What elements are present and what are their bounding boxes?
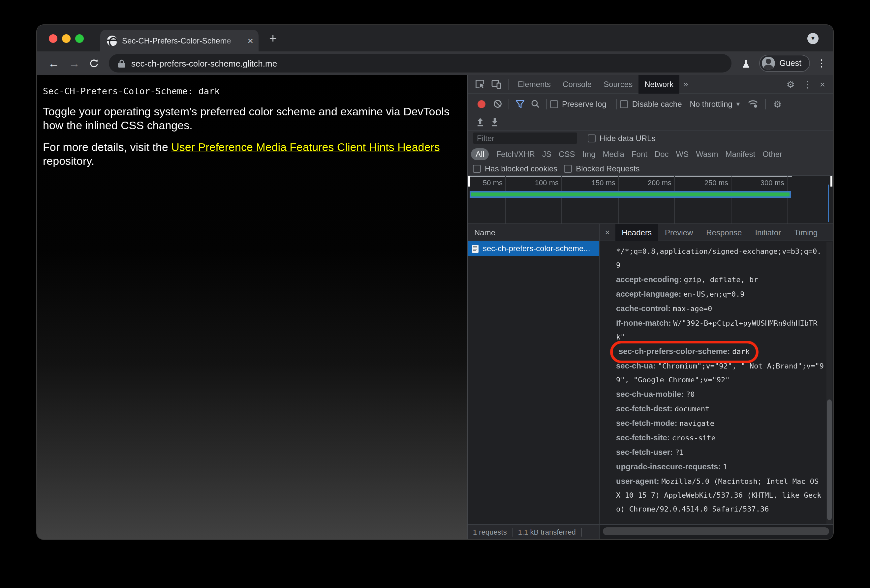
network-overview-timeline[interactable]: 50 ms 100 ms 150 ms 200 ms 250 ms 300 ms — [468, 176, 833, 224]
request-header-line: upgrade-insecure-requests: 1 — [616, 460, 824, 474]
labs-flask-button[interactable] — [738, 58, 754, 68]
minimize-window-button[interactable] — [62, 34, 71, 43]
tab-strip: Sec-CH-Prefers-Color-Scheme × + ▼ — [37, 25, 833, 51]
gridline — [505, 176, 506, 223]
header-value: max-age=0 — [673, 304, 712, 313]
tab-console[interactable]: Console — [557, 75, 597, 93]
detail-scrollbar[interactable] — [827, 242, 833, 524]
network-search-button[interactable] — [528, 99, 543, 108]
request-header-line: sec-fetch-user: ?1 — [616, 445, 824, 459]
divider — [766, 98, 766, 109]
filter-input[interactable]: Filter — [473, 132, 577, 144]
hide-data-urls-checkbox[interactable] — [588, 134, 596, 142]
chip-other[interactable]: Other — [763, 149, 782, 159]
devtools-tab-bar: Elements Console Sources Network » ⚙ ⋮ × — [468, 75, 833, 94]
back-button[interactable]: ← — [48, 58, 60, 69]
request-timing-bar — [470, 191, 791, 198]
tab-elements[interactable]: Elements — [512, 75, 557, 93]
request-header-line: sec-fetch-site: cross-site — [616, 431, 824, 445]
request-header-line: sec-ch-prefers-color-scheme: dark — [616, 345, 824, 359]
device-toolbar-icon — [492, 79, 501, 89]
request-headers-list: */*;q=0.8,application/signed-exchange;v=… — [600, 241, 833, 524]
preserve-log-label: Preserve log — [562, 99, 606, 108]
forward-button[interactable]: → — [69, 58, 80, 69]
disable-cache-checkbox[interactable] — [620, 100, 628, 108]
address-bar[interactable]: sec-ch-prefers-color-scheme.glitch.me — [109, 54, 731, 73]
chip-doc[interactable]: Doc — [655, 149, 669, 159]
chip-ws[interactable]: WS — [676, 149, 689, 159]
tab-close-icon[interactable]: × — [247, 36, 253, 46]
tab-response[interactable]: Response — [700, 224, 748, 241]
page-link[interactable]: User Preference Media Features Client Hi… — [171, 141, 439, 154]
tab-search-button[interactable]: ▼ — [807, 33, 819, 44]
scrollbar-thumb[interactable] — [827, 399, 832, 520]
record-button[interactable] — [478, 100, 486, 108]
device-toolbar-button[interactable] — [488, 79, 505, 89]
tab-headers[interactable]: Headers — [615, 224, 658, 241]
browser-menu-button[interactable]: ⋮ — [816, 57, 827, 69]
request-header-line: if-none-match: W/"392-B+pCtpzl+pyWUSHMRn… — [616, 316, 824, 344]
tab-network[interactable]: Network — [639, 75, 679, 93]
header-value: navigate — [679, 419, 714, 428]
profile-chip[interactable]: Guest — [759, 55, 810, 72]
request-row-selected[interactable]: sec-ch-prefers-color-scheme... — [468, 241, 599, 256]
screen: Sec-CH-Prefers-Color-Scheme × + ▼ ← → — [0, 0, 870, 588]
disable-cache-label: Disable cache — [632, 99, 682, 108]
url-text: sec-ch-prefers-color-scheme.glitch.me — [131, 58, 277, 68]
export-har-button[interactable] — [487, 117, 502, 126]
header-value: document — [675, 405, 709, 413]
browser-tab[interactable]: Sec-CH-Prefers-Color-Scheme × — [100, 30, 259, 51]
header-value: 1 — [723, 463, 727, 471]
has-blocked-cookies-checkbox[interactable] — [473, 165, 481, 173]
page-paragraph-1: Toggle your operating system's preferred… — [43, 105, 450, 132]
header-name: accept-language: — [616, 290, 683, 298]
tab-timing[interactable]: Timing — [788, 224, 824, 241]
inspect-element-button[interactable] — [472, 79, 488, 89]
selection-handle-right[interactable] — [830, 176, 832, 187]
clear-icon — [493, 99, 502, 108]
import-har-button[interactable] — [473, 117, 487, 126]
request-header-line: cache-control: max-age=0 — [616, 302, 824, 316]
tab-initiator[interactable]: Initiator — [748, 224, 788, 241]
tab-title: Sec-CH-Prefers-Color-Scheme — [122, 36, 245, 45]
new-tab-button[interactable]: + — [269, 31, 277, 46]
reload-button[interactable] — [89, 58, 99, 68]
blocked-requests-label: Blocked Requests — [576, 164, 639, 173]
chip-font[interactable]: Font — [632, 149, 647, 159]
preserve-log-checkbox[interactable] — [550, 100, 558, 108]
tick-200ms: 200 ms — [620, 179, 672, 187]
chip-media[interactable]: Media — [603, 149, 624, 159]
zoom-window-button[interactable] — [75, 34, 84, 43]
blocked-requests-checkbox[interactable] — [564, 165, 572, 173]
transferred-size: 1.1 kB transferred — [518, 528, 576, 536]
request-header-line: sec-ch-ua-mobile: ?0 — [616, 388, 824, 401]
chip-css[interactable]: CSS — [559, 149, 575, 159]
chip-all[interactable]: All — [471, 148, 489, 160]
network-settings-button[interactable]: ⚙ — [769, 99, 785, 108]
chip-wasm[interactable]: Wasm — [696, 149, 718, 159]
chip-manifest[interactable]: Manifest — [725, 149, 755, 159]
header-value: dark — [732, 347, 749, 356]
chip-img[interactable]: Img — [582, 149, 595, 159]
devtools-settings-button[interactable]: ⚙ — [783, 79, 799, 89]
header-name: accept-encoding: — [616, 275, 684, 284]
devtools-menu-button[interactable]: ⋮ — [799, 79, 816, 89]
chip-fetch-xhr[interactable]: Fetch/XHR — [496, 149, 535, 159]
chip-js[interactable]: JS — [542, 149, 551, 159]
throttling-select[interactable]: No throttling — [690, 99, 733, 108]
reload-icon — [89, 58, 99, 68]
selection-handle-left[interactable] — [468, 176, 470, 187]
detail-close-button[interactable]: × — [600, 227, 615, 237]
more-tabs-button[interactable]: » — [679, 79, 692, 89]
tab-sources[interactable]: Sources — [597, 75, 639, 93]
network-conditions-button[interactable] — [745, 99, 762, 108]
devtools-close-button[interactable]: × — [816, 79, 829, 89]
close-window-button[interactable] — [49, 34, 57, 43]
horizontal-scrollbar[interactable] — [603, 527, 829, 535]
clear-button[interactable] — [490, 99, 505, 108]
name-column-header[interactable]: Name — [468, 224, 599, 241]
tab-preview[interactable]: Preview — [658, 224, 700, 241]
filter-toggle-button[interactable] — [512, 100, 528, 108]
request-header-line: user-agent: Mozilla/5.0 (Macintosh; Inte… — [616, 475, 824, 516]
header-name: sec-fetch-user: — [616, 448, 675, 457]
